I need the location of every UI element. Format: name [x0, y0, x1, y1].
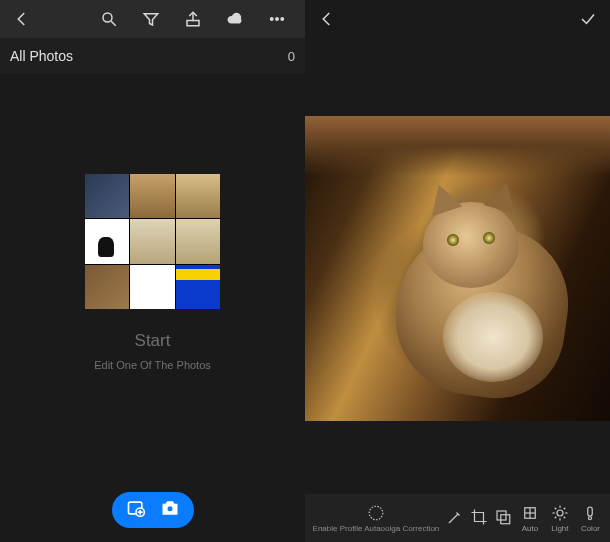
color-label: Color — [581, 524, 600, 533]
start-subtitle: Edit One Of The Photos — [94, 359, 211, 371]
editor-pane: Enable Profile Autaooiga Correction Auto… — [305, 0, 610, 542]
svg-rect-14 — [501, 515, 510, 524]
profile-correction-label: Enable Profile Autaooiga Correction — [313, 524, 440, 533]
svg-point-18 — [557, 510, 563, 516]
profile-correction-tool[interactable]: Enable Profile Autaooiga Correction — [309, 494, 443, 542]
svg-rect-3 — [187, 21, 199, 26]
light-label: Light — [551, 524, 568, 533]
svg-rect-27 — [588, 507, 593, 516]
album-header[interactable]: All Photos 0 — [0, 38, 305, 74]
search-icon[interactable] — [93, 3, 125, 35]
thumb-cell — [130, 174, 174, 218]
confirm-button[interactable] — [572, 3, 604, 35]
action-pill — [112, 492, 194, 528]
svg-line-1 — [111, 21, 116, 26]
thumb-cell — [85, 265, 129, 309]
thumb-cell — [176, 265, 220, 309]
auto-tool[interactable]: Auto — [515, 494, 545, 542]
editor-toolbar: Enable Profile Autaooiga Correction Auto… — [305, 494, 610, 542]
auto-label: Auto — [522, 524, 538, 533]
cloud-icon[interactable] — [219, 3, 251, 35]
svg-point-4 — [271, 18, 273, 20]
filter-icon[interactable] — [135, 3, 167, 35]
svg-point-5 — [276, 18, 278, 20]
start-title: Start — [135, 331, 171, 351]
crop-tool[interactable] — [467, 494, 491, 542]
camera-button[interactable] — [160, 498, 180, 522]
photo-count: 0 — [288, 49, 295, 64]
light-tool[interactable]: Light — [545, 494, 575, 542]
svg-point-0 — [103, 13, 112, 22]
color-tool[interactable]: Color — [575, 494, 606, 542]
editor-canvas[interactable] — [305, 38, 610, 542]
add-photo-button[interactable] — [126, 498, 146, 522]
photo-grid-thumbnail[interactable] — [85, 174, 220, 309]
share-icon[interactable] — [177, 3, 209, 35]
editor-topbar — [305, 0, 610, 38]
svg-line-26 — [564, 507, 566, 509]
svg-marker-2 — [144, 14, 158, 25]
svg-line-24 — [564, 516, 566, 518]
svg-line-25 — [555, 516, 557, 518]
svg-point-6 — [281, 18, 283, 20]
svg-line-23 — [555, 507, 557, 509]
thumb-cell — [176, 174, 220, 218]
library-pane: All Photos 0 Start Edit One Of The Photo… — [0, 0, 305, 542]
thumb-cell — [130, 219, 174, 263]
thumb-cell — [130, 265, 174, 309]
svg-point-11 — [166, 506, 173, 513]
heal-tool[interactable] — [443, 494, 467, 542]
photo-preview — [305, 116, 610, 421]
library-content: Start Edit One Of The Photos — [0, 74, 305, 542]
library-topbar — [0, 0, 305, 38]
thumb-cell — [176, 219, 220, 263]
more-icon[interactable] — [261, 3, 293, 35]
presets-tool[interactable] — [491, 494, 515, 542]
back-button[interactable] — [6, 3, 38, 35]
editor-back-button[interactable] — [311, 3, 343, 35]
thumb-cell — [85, 174, 129, 218]
album-title: All Photos — [10, 48, 73, 64]
svg-rect-13 — [497, 511, 506, 520]
svg-point-12 — [369, 506, 383, 520]
svg-point-28 — [589, 516, 592, 519]
thumb-cell — [85, 219, 129, 263]
